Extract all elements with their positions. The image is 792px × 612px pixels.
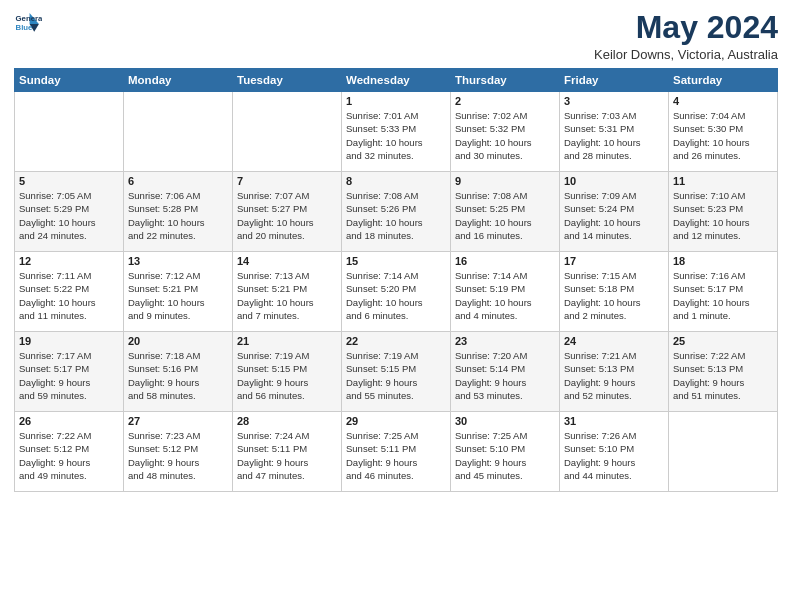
day-info: Sunrise: 7:12 AM Sunset: 5:21 PM Dayligh… xyxy=(128,269,228,322)
day-number: 21 xyxy=(237,335,337,347)
day-info: Sunrise: 7:02 AM Sunset: 5:32 PM Dayligh… xyxy=(455,109,555,162)
calendar-cell: 28Sunrise: 7:24 AM Sunset: 5:11 PM Dayli… xyxy=(233,412,342,492)
day-number: 13 xyxy=(128,255,228,267)
calendar-week-row: 5Sunrise: 7:05 AM Sunset: 5:29 PM Daylig… xyxy=(15,172,778,252)
calendar-day-header: Thursday xyxy=(451,69,560,92)
calendar-day-header: Tuesday xyxy=(233,69,342,92)
logo-icon: General Blue xyxy=(14,10,42,38)
day-number: 8 xyxy=(346,175,446,187)
calendar-cell: 30Sunrise: 7:25 AM Sunset: 5:10 PM Dayli… xyxy=(451,412,560,492)
day-info: Sunrise: 7:04 AM Sunset: 5:30 PM Dayligh… xyxy=(673,109,773,162)
day-number: 19 xyxy=(19,335,119,347)
day-info: Sunrise: 7:26 AM Sunset: 5:10 PM Dayligh… xyxy=(564,429,664,482)
title-block: May 2024 Keilor Downs, Victoria, Austral… xyxy=(594,10,778,62)
calendar-cell: 12Sunrise: 7:11 AM Sunset: 5:22 PM Dayli… xyxy=(15,252,124,332)
calendar-day-header: Wednesday xyxy=(342,69,451,92)
calendar-cell: 6Sunrise: 7:06 AM Sunset: 5:28 PM Daylig… xyxy=(124,172,233,252)
calendar-cell: 8Sunrise: 7:08 AM Sunset: 5:26 PM Daylig… xyxy=(342,172,451,252)
calendar-cell: 13Sunrise: 7:12 AM Sunset: 5:21 PM Dayli… xyxy=(124,252,233,332)
calendar-cell: 11Sunrise: 7:10 AM Sunset: 5:23 PM Dayli… xyxy=(669,172,778,252)
calendar-day-header: Friday xyxy=(560,69,669,92)
day-info: Sunrise: 7:06 AM Sunset: 5:28 PM Dayligh… xyxy=(128,189,228,242)
day-info: Sunrise: 7:21 AM Sunset: 5:13 PM Dayligh… xyxy=(564,349,664,402)
calendar-cell xyxy=(669,412,778,492)
calendar-cell: 16Sunrise: 7:14 AM Sunset: 5:19 PM Dayli… xyxy=(451,252,560,332)
day-number: 10 xyxy=(564,175,664,187)
day-info: Sunrise: 7:07 AM Sunset: 5:27 PM Dayligh… xyxy=(237,189,337,242)
calendar-cell: 19Sunrise: 7:17 AM Sunset: 5:17 PM Dayli… xyxy=(15,332,124,412)
day-info: Sunrise: 7:10 AM Sunset: 5:23 PM Dayligh… xyxy=(673,189,773,242)
calendar-cell: 9Sunrise: 7:08 AM Sunset: 5:25 PM Daylig… xyxy=(451,172,560,252)
logo: General Blue xyxy=(14,10,42,38)
day-number: 15 xyxy=(346,255,446,267)
day-number: 14 xyxy=(237,255,337,267)
day-info: Sunrise: 7:17 AM Sunset: 5:17 PM Dayligh… xyxy=(19,349,119,402)
day-number: 27 xyxy=(128,415,228,427)
calendar-cell: 25Sunrise: 7:22 AM Sunset: 5:13 PM Dayli… xyxy=(669,332,778,412)
day-number: 9 xyxy=(455,175,555,187)
day-info: Sunrise: 7:20 AM Sunset: 5:14 PM Dayligh… xyxy=(455,349,555,402)
day-info: Sunrise: 7:19 AM Sunset: 5:15 PM Dayligh… xyxy=(346,349,446,402)
calendar-cell: 15Sunrise: 7:14 AM Sunset: 5:20 PM Dayli… xyxy=(342,252,451,332)
day-info: Sunrise: 7:03 AM Sunset: 5:31 PM Dayligh… xyxy=(564,109,664,162)
day-number: 12 xyxy=(19,255,119,267)
calendar-cell: 23Sunrise: 7:20 AM Sunset: 5:14 PM Dayli… xyxy=(451,332,560,412)
day-number: 7 xyxy=(237,175,337,187)
calendar-cell: 4Sunrise: 7:04 AM Sunset: 5:30 PM Daylig… xyxy=(669,92,778,172)
day-info: Sunrise: 7:23 AM Sunset: 5:12 PM Dayligh… xyxy=(128,429,228,482)
day-info: Sunrise: 7:25 AM Sunset: 5:10 PM Dayligh… xyxy=(455,429,555,482)
day-info: Sunrise: 7:18 AM Sunset: 5:16 PM Dayligh… xyxy=(128,349,228,402)
calendar-day-header: Sunday xyxy=(15,69,124,92)
calendar-cell xyxy=(124,92,233,172)
calendar-cell: 26Sunrise: 7:22 AM Sunset: 5:12 PM Dayli… xyxy=(15,412,124,492)
day-info: Sunrise: 7:15 AM Sunset: 5:18 PM Dayligh… xyxy=(564,269,664,322)
day-info: Sunrise: 7:08 AM Sunset: 5:25 PM Dayligh… xyxy=(455,189,555,242)
calendar-cell xyxy=(15,92,124,172)
day-number: 3 xyxy=(564,95,664,107)
calendar-week-row: 19Sunrise: 7:17 AM Sunset: 5:17 PM Dayli… xyxy=(15,332,778,412)
day-number: 17 xyxy=(564,255,664,267)
day-info: Sunrise: 7:08 AM Sunset: 5:26 PM Dayligh… xyxy=(346,189,446,242)
calendar-cell: 17Sunrise: 7:15 AM Sunset: 5:18 PM Dayli… xyxy=(560,252,669,332)
day-info: Sunrise: 7:05 AM Sunset: 5:29 PM Dayligh… xyxy=(19,189,119,242)
svg-text:Blue: Blue xyxy=(16,23,34,32)
calendar-week-row: 1Sunrise: 7:01 AM Sunset: 5:33 PM Daylig… xyxy=(15,92,778,172)
page: General Blue May 2024 Keilor Downs, Vict… xyxy=(0,0,792,612)
day-number: 22 xyxy=(346,335,446,347)
day-info: Sunrise: 7:09 AM Sunset: 5:24 PM Dayligh… xyxy=(564,189,664,242)
day-info: Sunrise: 7:13 AM Sunset: 5:21 PM Dayligh… xyxy=(237,269,337,322)
calendar-cell: 21Sunrise: 7:19 AM Sunset: 5:15 PM Dayli… xyxy=(233,332,342,412)
calendar-cell: 22Sunrise: 7:19 AM Sunset: 5:15 PM Dayli… xyxy=(342,332,451,412)
calendar-cell: 20Sunrise: 7:18 AM Sunset: 5:16 PM Dayli… xyxy=(124,332,233,412)
day-number: 5 xyxy=(19,175,119,187)
calendar-cell: 31Sunrise: 7:26 AM Sunset: 5:10 PM Dayli… xyxy=(560,412,669,492)
day-info: Sunrise: 7:14 AM Sunset: 5:20 PM Dayligh… xyxy=(346,269,446,322)
day-info: Sunrise: 7:24 AM Sunset: 5:11 PM Dayligh… xyxy=(237,429,337,482)
day-number: 6 xyxy=(128,175,228,187)
day-number: 23 xyxy=(455,335,555,347)
calendar-cell: 5Sunrise: 7:05 AM Sunset: 5:29 PM Daylig… xyxy=(15,172,124,252)
calendar-cell: 29Sunrise: 7:25 AM Sunset: 5:11 PM Dayli… xyxy=(342,412,451,492)
calendar-week-row: 12Sunrise: 7:11 AM Sunset: 5:22 PM Dayli… xyxy=(15,252,778,332)
day-number: 4 xyxy=(673,95,773,107)
calendar-cell: 3Sunrise: 7:03 AM Sunset: 5:31 PM Daylig… xyxy=(560,92,669,172)
day-number: 24 xyxy=(564,335,664,347)
calendar-cell xyxy=(233,92,342,172)
day-number: 2 xyxy=(455,95,555,107)
day-info: Sunrise: 7:25 AM Sunset: 5:11 PM Dayligh… xyxy=(346,429,446,482)
day-info: Sunrise: 7:11 AM Sunset: 5:22 PM Dayligh… xyxy=(19,269,119,322)
day-info: Sunrise: 7:01 AM Sunset: 5:33 PM Dayligh… xyxy=(346,109,446,162)
day-info: Sunrise: 7:19 AM Sunset: 5:15 PM Dayligh… xyxy=(237,349,337,402)
day-number: 16 xyxy=(455,255,555,267)
day-info: Sunrise: 7:22 AM Sunset: 5:13 PM Dayligh… xyxy=(673,349,773,402)
calendar-cell: 14Sunrise: 7:13 AM Sunset: 5:21 PM Dayli… xyxy=(233,252,342,332)
day-info: Sunrise: 7:16 AM Sunset: 5:17 PM Dayligh… xyxy=(673,269,773,322)
calendar-cell: 7Sunrise: 7:07 AM Sunset: 5:27 PM Daylig… xyxy=(233,172,342,252)
day-info: Sunrise: 7:22 AM Sunset: 5:12 PM Dayligh… xyxy=(19,429,119,482)
calendar-cell: 1Sunrise: 7:01 AM Sunset: 5:33 PM Daylig… xyxy=(342,92,451,172)
location: Keilor Downs, Victoria, Australia xyxy=(594,47,778,62)
calendar-header-row: SundayMondayTuesdayWednesdayThursdayFrid… xyxy=(15,69,778,92)
day-number: 26 xyxy=(19,415,119,427)
calendar-day-header: Saturday xyxy=(669,69,778,92)
calendar-cell: 27Sunrise: 7:23 AM Sunset: 5:12 PM Dayli… xyxy=(124,412,233,492)
